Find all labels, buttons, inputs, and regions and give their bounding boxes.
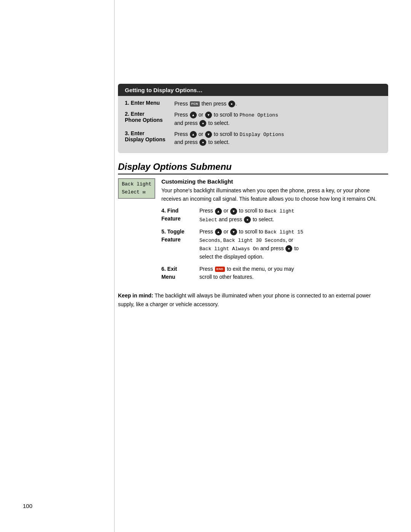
fcn-button-icon: FCN <box>190 101 200 107</box>
getting-box-title: Getting to Display Options… <box>125 87 381 93</box>
step-1-title: Enter Menu <box>131 100 160 106</box>
step-2-title: Enter <box>131 111 145 117</box>
step-4-number: 4. Find <box>161 208 178 214</box>
step-3-label: 3. Enter Display Options <box>125 130 174 142</box>
step-5-subtitle: Feature <box>161 236 181 243</box>
step-2-desc: Press ▲ or ▼ to scroll to Phone Options … <box>174 111 381 127</box>
select-btn-4: ● <box>244 216 251 223</box>
customizing-title: Customizing the Backlight <box>161 178 388 185</box>
up-btn-5: ▲ <box>215 228 222 235</box>
select-mono-4: Select <box>199 217 217 223</box>
select-button-icon-1: ● <box>228 101 235 107</box>
getting-box: Getting to Display Options… 1. Enter Men… <box>118 84 388 153</box>
display-options-mono: Display Options <box>240 132 284 137</box>
select-button-icon-2: ● <box>199 120 206 127</box>
keep-in-mind-text: The backlight will always be illuminated… <box>118 292 371 307</box>
step-6-desc: Press END to exit the menu, or you may s… <box>199 265 388 281</box>
getting-box-header: Getting to Display Options… <box>118 84 388 96</box>
step-2-label: 2. Enter Phone Options <box>125 111 174 123</box>
backlight-row: Back lightSelect ✉ Customizing the Backl… <box>118 178 388 285</box>
down-button-icon-2: ▼ <box>205 112 212 118</box>
page: Getting to Display Options… 1. Enter Men… <box>0 0 411 532</box>
step-3-number: 3. <box>125 130 129 136</box>
step-3-row: 3. Enter Display Options Press ▲ or ▼ to… <box>125 130 381 147</box>
backlight30-mono: Back light 30 Seconds <box>223 238 285 243</box>
submenu-title: Display Options Submenu <box>118 161 388 174</box>
step-3-desc: Press ▲ or ▼ to scroll to Display Option… <box>174 130 381 147</box>
step-5-number: 5. Toggle <box>161 228 184 235</box>
step-5-label: 5. Toggle Feature <box>161 228 199 244</box>
step-1-number: 1. <box>125 100 129 106</box>
step-3-title: Enter <box>131 130 145 136</box>
step-3-subtitle: Display Options <box>125 136 166 142</box>
content-area: Getting to Display Options… 1. Enter Men… <box>118 84 388 532</box>
step-4-row: 4. Find Feature Press ▲ or ▼ to scroll t… <box>161 207 388 224</box>
down-btn-4: ▼ <box>230 208 237 215</box>
step-1-row: 1. Enter Menu Press FCN then press ●. <box>125 100 381 108</box>
keep-in-mind-bold: Keep in mind: <box>118 292 153 299</box>
backlight15-mono: Back light 15 <box>265 229 303 235</box>
step-6-number: 6. Exit <box>161 266 177 272</box>
step-6-subtitle: Menu <box>161 274 175 280</box>
step-2-subtitle: Phone Options <box>125 117 163 123</box>
end-button-icon: END <box>215 267 225 272</box>
up-btn-4: ▲ <box>215 208 222 215</box>
steps-456: 4. Find Feature Press ▲ or ▼ to scroll t… <box>161 207 388 281</box>
step-4-label: 4. Find Feature <box>161 207 199 223</box>
keep-in-mind: Keep in mind: The backlight will always … <box>118 291 388 308</box>
select-button-icon-3: ● <box>199 139 206 146</box>
step-6-row: 6. Exit Menu Press END to exit the menu,… <box>161 265 388 281</box>
step-1-label: 1. Enter Menu <box>125 100 174 106</box>
phone-options-mono: Phone Options <box>240 112 278 118</box>
down-btn-5: ▼ <box>230 228 237 235</box>
step-4-subtitle: Feature <box>161 216 181 222</box>
step-1-desc: Press FCN then press ●. <box>174 100 381 108</box>
step-2-number: 2. <box>125 111 129 117</box>
select-btn-5: ● <box>285 245 292 252</box>
backlight-content: Customizing the Backlight Your phone's b… <box>161 178 388 285</box>
step-4-desc: Press ▲ or ▼ to scroll to Back light Sel… <box>199 207 388 224</box>
getting-box-body: 1. Enter Menu Press FCN then press ●. 2.… <box>118 96 388 153</box>
up-button-icon-2: ▲ <box>190 112 197 118</box>
down-button-icon-3: ▼ <box>205 131 212 138</box>
up-button-icon-3: ▲ <box>190 131 197 138</box>
page-number: 100 <box>23 503 32 509</box>
vertical-divider <box>114 0 115 532</box>
always-on-mono: Back light Always On <box>199 246 259 252</box>
seconds15-mono: Seconds <box>199 238 220 243</box>
step-5-desc: Press ▲ or ▼ to scroll to Back light 15 … <box>199 228 388 261</box>
backlight-lcd: Back lightSelect ✉ <box>118 178 155 199</box>
backlight-mono-4: Back light <box>265 208 295 214</box>
customizing-desc: Your phone's backlight illuminates when … <box>161 187 388 203</box>
step-5-row: 5. Toggle Feature Press ▲ or ▼ to scroll… <box>161 228 388 261</box>
step-2-row: 2. Enter Phone Options Press ▲ or ▼ to s… <box>125 111 381 127</box>
step-6-label: 6. Exit Menu <box>161 265 199 281</box>
